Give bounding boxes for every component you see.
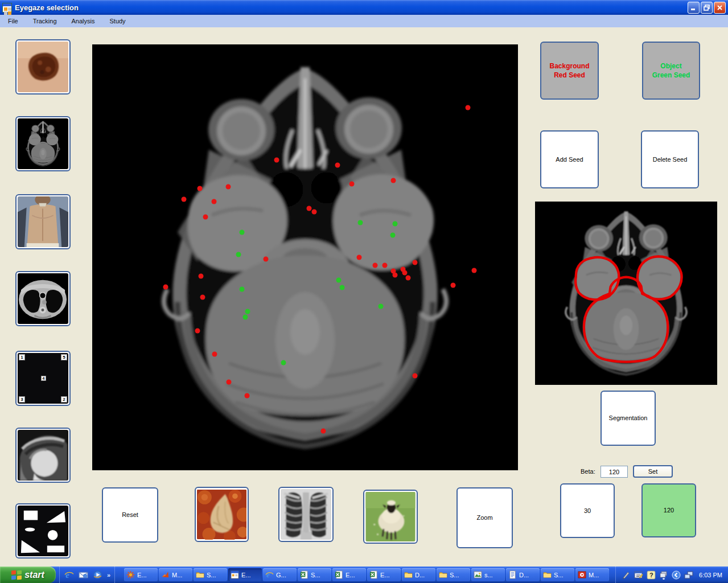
safely-remove-tray-icon[interactable] <box>659 570 668 580</box>
taskbar-window-button[interactable]: M... <box>575 568 609 581</box>
green-seed-dot[interactable] <box>340 285 345 290</box>
red-seed-dot[interactable] <box>199 274 204 279</box>
red-seed-dot[interactable] <box>195 329 200 334</box>
red-seed-dot[interactable] <box>163 285 168 290</box>
beta-preset-30-button[interactable]: 30 <box>560 483 615 538</box>
minimize-button[interactable] <box>688 2 700 14</box>
menu-analysis[interactable]: Analysis <box>72 16 102 26</box>
red-seed-dot[interactable] <box>413 260 418 265</box>
set-button[interactable]: Set <box>633 465 673 478</box>
menu-file[interactable]: File <box>8 16 25 26</box>
taskbar-window-button[interactable]: G... <box>263 568 297 581</box>
start-button[interactable]: start <box>0 566 56 583</box>
thumbnail-chest-xray[interactable] <box>278 487 334 542</box>
quick-launch-overflow-chevron[interactable]: » <box>107 572 110 578</box>
network-tray-icon[interactable] <box>684 570 693 580</box>
red-seed-dot[interactable] <box>406 276 411 281</box>
eyegaze-app-window: Eyegaze selection File Tracking Analysis… <box>0 0 728 583</box>
pen-tool-tray-icon[interactable] <box>622 570 631 580</box>
restore-button[interactable] <box>701 2 713 14</box>
red-seed-dot[interactable] <box>451 283 456 288</box>
taskbar-window-button[interactable]: E... <box>124 568 158 581</box>
green-seed-dot[interactable] <box>379 304 384 309</box>
beta-preset-120-button[interactable]: 120 <box>641 483 696 537</box>
green-seed-dot[interactable] <box>281 360 286 366</box>
thumbnail-back-photo[interactable] <box>15 194 71 249</box>
delete-seed-button[interactable]: Delete Seed <box>641 130 699 188</box>
taskbar-window-button[interactable]: S... <box>437 568 470 581</box>
red-seed-dot[interactable] <box>466 105 471 110</box>
language-bar-tray-icon[interactable] <box>634 570 643 580</box>
reset-button[interactable]: Reset <box>102 487 158 543</box>
taskbar-window-button[interactable]: E... <box>367 568 401 581</box>
red-seed-dot[interactable] <box>382 263 388 268</box>
thumbnail-skin-lesion[interactable] <box>15 39 71 95</box>
green-seed-dot[interactable] <box>243 315 248 320</box>
internet-explorer-icon[interactable] <box>64 570 74 580</box>
thumbnail-pear[interactable] <box>195 487 249 542</box>
red-seed-dot[interactable] <box>307 206 312 211</box>
red-seed-dot[interactable] <box>312 210 317 215</box>
red-seed-dot[interactable] <box>393 273 398 278</box>
background-red-seed-button[interactable]: Background Red Seed <box>540 42 599 100</box>
red-seed-dot[interactable] <box>227 380 232 385</box>
green-seed-dot[interactable] <box>358 220 363 225</box>
green-seed-dot[interactable] <box>240 287 245 292</box>
taskbar-window-button[interactable]: S... <box>541 568 574 581</box>
calibration-point-3: 3 <box>19 396 25 403</box>
object-green-seed-button[interactable]: Object Green Seed <box>642 42 700 100</box>
taskbar-window-button[interactable]: D... <box>506 568 540 581</box>
thumbnail-shoulder-mri[interactable] <box>15 428 71 483</box>
taskbar-window-button[interactable]: S... <box>298 568 331 581</box>
red-seed-dot[interactable] <box>472 268 477 273</box>
red-seed-dot[interactable] <box>413 373 418 379</box>
menu-tracking[interactable]: Tracking <box>33 16 64 26</box>
red-seed-dot[interactable] <box>226 184 231 190</box>
taskbar-window-button[interactable]: D... <box>402 568 435 581</box>
green-seed-dot[interactable] <box>236 252 241 257</box>
taskbar-window-button[interactable]: E... <box>332 568 366 581</box>
beta-input[interactable] <box>601 466 628 478</box>
green-seed-dot[interactable] <box>240 230 245 235</box>
taskbar-button-label: D... <box>519 572 529 578</box>
red-seed-dot[interactable] <box>274 158 279 163</box>
red-seed-dot[interactable] <box>200 295 205 300</box>
green-seed-dot[interactable] <box>336 278 342 283</box>
red-seed-dot[interactable] <box>391 178 396 183</box>
thumbnail-sheep[interactable] <box>363 490 418 544</box>
close-button[interactable] <box>714 2 726 14</box>
red-seed-dot[interactable] <box>212 199 217 204</box>
taskbar-window-button[interactable]: M... <box>159 568 192 581</box>
hide-icons-chevron[interactable] <box>672 570 681 580</box>
red-seed-dot[interactable] <box>245 393 250 399</box>
thumbnail-chest-ct[interactable] <box>15 271 71 326</box>
red-seed-dot[interactable] <box>349 182 355 187</box>
red-seed-dot[interactable] <box>212 352 217 357</box>
thumbnail-calibration-grid[interactable]: 1 5 3 2 4 <box>15 351 71 406</box>
red-seed-dot[interactable] <box>321 429 326 434</box>
thumbnail-shapes[interactable] <box>15 503 71 559</box>
red-seed-dot[interactable] <box>264 257 269 262</box>
red-seed-dot[interactable] <box>335 163 340 168</box>
outlook-mail-icon[interactable] <box>79 570 88 580</box>
thumbnail-brain-mri[interactable] <box>15 116 71 171</box>
red-seed-dot[interactable] <box>373 263 378 268</box>
green-seed-dot[interactable] <box>390 233 396 238</box>
red-seed-dot[interactable] <box>198 186 203 191</box>
green-seed-dot[interactable] <box>245 309 250 314</box>
red-seed-dot[interactable] <box>182 197 187 202</box>
main-mri-canvas[interactable] <box>92 44 518 470</box>
red-seed-dot[interactable] <box>203 215 208 220</box>
menu-study[interactable]: Study <box>109 16 132 26</box>
taskbar-window-button[interactable]: E... <box>228 568 262 581</box>
red-seed-dot[interactable] <box>357 255 362 260</box>
taskbar-window-button[interactable]: s... <box>471 568 505 581</box>
red-seed-dot[interactable] <box>402 270 408 276</box>
segmentation-button[interactable]: Segmentation <box>601 391 656 446</box>
add-seed-button[interactable]: Add Seed <box>540 130 599 188</box>
taskbar-window-button[interactable]: S... <box>194 568 227 581</box>
zoom-button[interactable]: Zoom <box>456 487 513 548</box>
media-player-icon[interactable] <box>93 570 102 580</box>
green-seed-dot[interactable] <box>393 221 398 227</box>
help-tray-icon[interactable]: ? <box>647 570 656 580</box>
